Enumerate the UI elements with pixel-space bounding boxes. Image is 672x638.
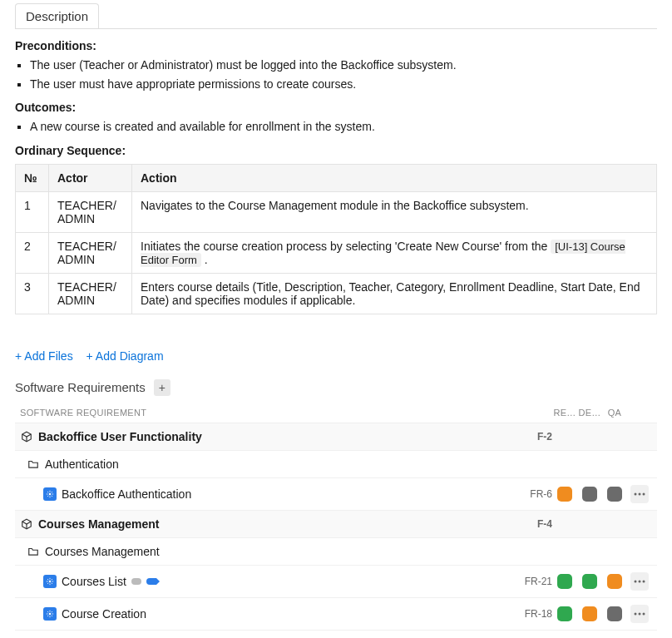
description-body: Preconditions: The user (Teacher or Admi… <box>15 39 657 334</box>
svg-point-0 <box>49 493 52 496</box>
item-label: Courses List <box>62 575 126 588</box>
group-label: Courses Management <box>38 517 159 531</box>
status-dot-re <box>557 606 572 621</box>
tag-pill <box>146 578 156 585</box>
status-dot-re <box>557 574 572 589</box>
svg-point-11 <box>643 612 645 615</box>
cube-icon <box>20 517 33 531</box>
col-requirement: SOFTWARE REQUIREMENT <box>20 408 504 418</box>
col-qa: QA <box>602 408 627 418</box>
svg-point-8 <box>49 613 52 616</box>
col-re: RE… <box>552 408 577 418</box>
svg-point-4 <box>49 581 52 583</box>
status-dot-qa <box>607 487 622 502</box>
gear-icon <box>43 575 57 588</box>
requirement-id: F-4 <box>504 518 552 530</box>
folder-label: Courses Management <box>45 545 160 558</box>
status-dot-de <box>582 606 597 621</box>
folder-label: Authentication <box>45 457 119 471</box>
col-actor: Actor <box>49 164 132 191</box>
add-files-link[interactable]: + Add Files <box>15 349 73 363</box>
ordinary-sequence-table: № Actor Action 1 TEACHER/ ADMIN Navigate… <box>15 164 657 314</box>
requirement-item[interactable]: Courses List FR-21 <box>15 566 657 598</box>
requirement-group[interactable]: Backoffice User Functionality F-2 <box>15 423 657 451</box>
add-requirement-button[interactable]: + <box>154 379 170 396</box>
status-dot-de <box>582 574 597 589</box>
item-label: Course Creation <box>62 607 146 621</box>
requirement-item[interactable]: Course Creation FR-18 <box>15 598 657 631</box>
precondition-item: The user must have appropriate permissio… <box>30 77 657 93</box>
tag-pill <box>131 578 141 585</box>
software-requirements-title: Software Requirements <box>15 380 146 394</box>
col-action: Action <box>132 164 657 191</box>
svg-point-7 <box>643 580 645 582</box>
table-row: 1 TEACHER/ ADMIN Navigates to the Course… <box>16 191 657 232</box>
preconditions-heading: Preconditions: <box>15 39 657 52</box>
table-row: 3 TEACHER/ ADMIN Enters course details (… <box>16 273 657 314</box>
requirement-item[interactable]: Backoffice Authentication FR-6 <box>15 478 657 511</box>
status-dot-qa <box>607 574 622 589</box>
add-diagram-link[interactable]: + Add Diagram <box>86 349 164 363</box>
group-label: Backoffice User Functionality <box>38 430 202 443</box>
more-button[interactable] <box>630 572 649 591</box>
outcome-item: A new course is created and available fo… <box>30 119 657 136</box>
requirement-id: FR-21 <box>504 576 552 587</box>
outcomes-heading: Outcomes: <box>15 101 657 114</box>
item-label: Backoffice Authentication <box>62 487 191 501</box>
ordinary-sequence-heading: Ordinary Sequence: <box>15 144 657 157</box>
col-num: № <box>16 164 49 191</box>
status-dot-de <box>582 487 597 502</box>
cube-icon <box>20 430 33 443</box>
svg-point-1 <box>635 492 637 495</box>
folder-icon <box>27 545 40 558</box>
svg-point-5 <box>635 580 637 582</box>
gear-icon <box>43 487 57 501</box>
description-tab[interactable]: Description <box>15 3 99 28</box>
more-button[interactable] <box>630 605 649 623</box>
requirement-group[interactable]: Courses Management F-4 <box>15 511 657 538</box>
requirement-id: FR-6 <box>504 488 552 500</box>
svg-point-2 <box>639 492 641 495</box>
table-row: 2 TEACHER/ ADMIN Initiates the course cr… <box>16 232 657 273</box>
svg-point-6 <box>639 580 641 582</box>
requirement-folder[interactable]: Courses Management <box>15 538 657 566</box>
svg-point-10 <box>639 612 641 615</box>
gear-icon <box>43 607 57 621</box>
svg-point-3 <box>643 492 645 495</box>
folder-icon <box>27 457 40 471</box>
requirement-id: F-2 <box>504 431 552 443</box>
requirement-folder[interactable]: Authentication <box>15 451 657 478</box>
svg-point-9 <box>635 612 637 615</box>
requirement-id: FR-18 <box>504 608 552 620</box>
status-dot-re <box>557 487 572 502</box>
col-de: DE… <box>577 408 602 418</box>
requirements-grid-header: SOFTWARE REQUIREMENT RE… DE… QA <box>15 403 657 423</box>
status-dot-qa <box>607 606 622 621</box>
precondition-item: The user (Teacher or Administrator) must… <box>30 57 657 74</box>
more-button[interactable] <box>630 485 649 503</box>
